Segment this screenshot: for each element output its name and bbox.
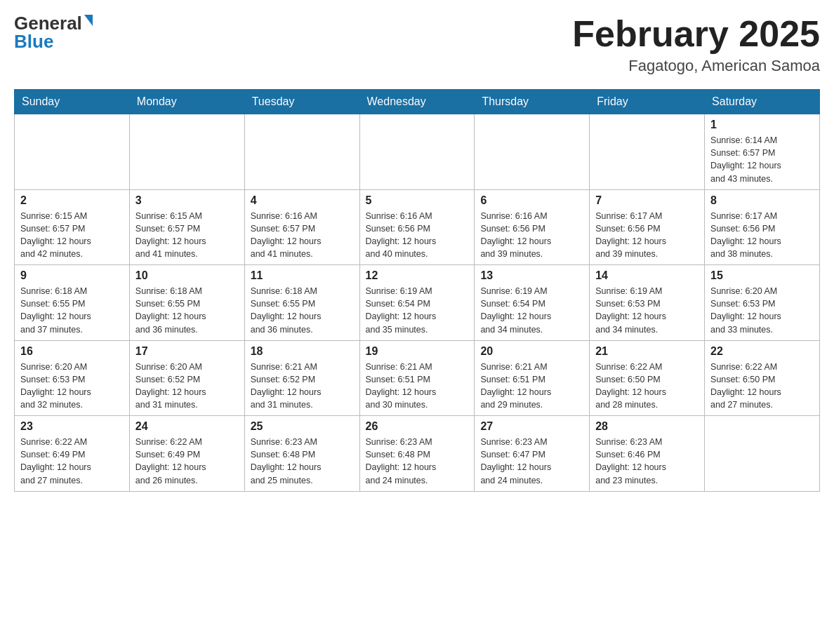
day-info: Sunrise: 6:15 AM Sunset: 6:57 PM Dayligh… — [135, 210, 239, 261]
calendar-cell — [359, 114, 475, 190]
calendar-header: SundayMondayTuesdayWednesdayThursdayFrid… — [15, 90, 820, 114]
day-number: 19 — [366, 345, 469, 358]
day-number: 6 — [480, 194, 583, 207]
day-number: 11 — [251, 269, 354, 282]
calendar-cell: 4Sunrise: 6:16 AM Sunset: 6:57 PM Daylig… — [244, 189, 359, 265]
calendar-cell: 13Sunrise: 6:19 AM Sunset: 6:54 PM Dayli… — [475, 265, 590, 341]
day-number: 1 — [710, 119, 814, 131]
logo-general-text: General — [14, 14, 82, 32]
day-info: Sunrise: 6:14 AM Sunset: 6:57 PM Dayligh… — [710, 134, 814, 185]
day-info: Sunrise: 6:20 AM Sunset: 6:53 PM Dayligh… — [710, 285, 814, 336]
day-number: 3 — [135, 194, 239, 207]
logo-arrow-icon — [84, 15, 93, 26]
day-info: Sunrise: 6:16 AM Sunset: 6:56 PM Dayligh… — [366, 210, 469, 261]
month-title: February 2025 — [572, 14, 820, 54]
calendar-cell: 20Sunrise: 6:21 AM Sunset: 6:51 PM Dayli… — [475, 340, 590, 416]
day-info: Sunrise: 6:20 AM Sunset: 6:52 PM Dayligh… — [135, 361, 239, 412]
day-info: Sunrise: 6:18 AM Sunset: 6:55 PM Dayligh… — [251, 285, 354, 336]
day-info: Sunrise: 6:23 AM Sunset: 6:47 PM Dayligh… — [480, 436, 583, 487]
day-info: Sunrise: 6:19 AM Sunset: 6:53 PM Dayligh… — [595, 285, 699, 336]
day-header-thursday: Thursday — [475, 90, 590, 114]
calendar-table: SundayMondayTuesdayWednesdayThursdayFrid… — [14, 89, 820, 492]
calendar-cell — [15, 114, 130, 190]
calendar-week-row: 23Sunrise: 6:22 AM Sunset: 6:49 PM Dayli… — [15, 416, 820, 492]
day-info: Sunrise: 6:21 AM Sunset: 6:52 PM Dayligh… — [251, 361, 354, 412]
day-header-sunday: Sunday — [15, 90, 130, 114]
calendar-body: 1Sunrise: 6:14 AM Sunset: 6:57 PM Daylig… — [15, 114, 820, 492]
calendar-cell: 11Sunrise: 6:18 AM Sunset: 6:55 PM Dayli… — [244, 265, 359, 341]
day-number: 9 — [20, 269, 124, 282]
day-info: Sunrise: 6:22 AM Sunset: 6:49 PM Dayligh… — [20, 436, 124, 487]
calendar-cell: 27Sunrise: 6:23 AM Sunset: 6:47 PM Dayli… — [475, 416, 590, 492]
calendar-cell: 24Sunrise: 6:22 AM Sunset: 6:49 PM Dayli… — [129, 416, 244, 492]
day-number: 21 — [595, 345, 699, 358]
day-info: Sunrise: 6:21 AM Sunset: 6:51 PM Dayligh… — [366, 361, 469, 412]
calendar-cell: 21Sunrise: 6:22 AM Sunset: 6:50 PM Dayli… — [590, 340, 705, 416]
day-info: Sunrise: 6:18 AM Sunset: 6:55 PM Dayligh… — [20, 285, 124, 336]
day-info: Sunrise: 6:23 AM Sunset: 6:48 PM Dayligh… — [366, 436, 469, 487]
calendar-cell: 2Sunrise: 6:15 AM Sunset: 6:57 PM Daylig… — [15, 189, 130, 265]
day-number: 10 — [135, 269, 239, 282]
day-number: 24 — [135, 420, 239, 433]
day-header-saturday: Saturday — [705, 90, 820, 114]
calendar-cell — [129, 114, 244, 190]
calendar-week-row: 9Sunrise: 6:18 AM Sunset: 6:55 PM Daylig… — [15, 265, 820, 341]
calendar-cell: 15Sunrise: 6:20 AM Sunset: 6:53 PM Dayli… — [705, 265, 820, 341]
calendar-cell: 26Sunrise: 6:23 AM Sunset: 6:48 PM Dayli… — [359, 416, 475, 492]
day-info: Sunrise: 6:16 AM Sunset: 6:56 PM Dayligh… — [480, 210, 583, 261]
calendar-cell — [475, 114, 590, 190]
calendar-cell: 6Sunrise: 6:16 AM Sunset: 6:56 PM Daylig… — [475, 189, 590, 265]
day-info: Sunrise: 6:22 AM Sunset: 6:50 PM Dayligh… — [595, 361, 699, 412]
calendar-cell: 9Sunrise: 6:18 AM Sunset: 6:55 PM Daylig… — [15, 265, 130, 341]
day-header-wednesday: Wednesday — [359, 90, 475, 114]
day-info: Sunrise: 6:23 AM Sunset: 6:46 PM Dayligh… — [595, 436, 699, 487]
day-info: Sunrise: 6:17 AM Sunset: 6:56 PM Dayligh… — [595, 210, 699, 261]
calendar-cell: 8Sunrise: 6:17 AM Sunset: 6:56 PM Daylig… — [705, 189, 820, 265]
calendar-cell — [590, 114, 705, 190]
day-info: Sunrise: 6:19 AM Sunset: 6:54 PM Dayligh… — [480, 285, 583, 336]
day-header-monday: Monday — [129, 90, 244, 114]
day-number: 13 — [480, 269, 583, 282]
day-info: Sunrise: 6:15 AM Sunset: 6:57 PM Dayligh… — [20, 210, 124, 261]
calendar-cell: 7Sunrise: 6:17 AM Sunset: 6:56 PM Daylig… — [590, 189, 705, 265]
day-info: Sunrise: 6:21 AM Sunset: 6:51 PM Dayligh… — [480, 361, 583, 412]
day-number: 28 — [595, 420, 699, 433]
day-number: 2 — [20, 194, 124, 207]
calendar-title-block: February 2025 Fagatogo, American Samoa — [572, 14, 820, 75]
page-header: General Blue February 2025 Fagatogo, Ame… — [14, 14, 820, 75]
day-number: 25 — [251, 420, 354, 433]
calendar-cell: 18Sunrise: 6:21 AM Sunset: 6:52 PM Dayli… — [244, 340, 359, 416]
day-number: 22 — [710, 345, 814, 358]
day-number: 14 — [595, 269, 699, 282]
day-number: 5 — [366, 194, 469, 207]
calendar-cell: 28Sunrise: 6:23 AM Sunset: 6:46 PM Dayli… — [590, 416, 705, 492]
day-number: 8 — [710, 194, 814, 207]
location-subtitle: Fagatogo, American Samoa — [572, 57, 820, 75]
calendar-week-row: 2Sunrise: 6:15 AM Sunset: 6:57 PM Daylig… — [15, 189, 820, 265]
calendar-cell: 3Sunrise: 6:15 AM Sunset: 6:57 PM Daylig… — [129, 189, 244, 265]
day-number: 20 — [480, 345, 583, 358]
calendar-cell: 23Sunrise: 6:22 AM Sunset: 6:49 PM Dayli… — [15, 416, 130, 492]
calendar-cell: 12Sunrise: 6:19 AM Sunset: 6:54 PM Dayli… — [359, 265, 475, 341]
day-number: 23 — [20, 420, 124, 433]
calendar-week-row: 16Sunrise: 6:20 AM Sunset: 6:53 PM Dayli… — [15, 340, 820, 416]
day-info: Sunrise: 6:18 AM Sunset: 6:55 PM Dayligh… — [135, 285, 239, 336]
day-info: Sunrise: 6:22 AM Sunset: 6:49 PM Dayligh… — [135, 436, 239, 487]
day-number: 17 — [135, 345, 239, 358]
day-number: 26 — [366, 420, 469, 433]
logo-blue-text: Blue — [14, 32, 53, 51]
day-number: 12 — [366, 269, 469, 282]
calendar-cell — [705, 416, 820, 492]
calendar-cell: 17Sunrise: 6:20 AM Sunset: 6:52 PM Dayli… — [129, 340, 244, 416]
day-number: 16 — [20, 345, 124, 358]
day-number: 4 — [251, 194, 354, 207]
calendar-cell: 19Sunrise: 6:21 AM Sunset: 6:51 PM Dayli… — [359, 340, 475, 416]
calendar-cell: 22Sunrise: 6:22 AM Sunset: 6:50 PM Dayli… — [705, 340, 820, 416]
day-number: 18 — [251, 345, 354, 358]
day-info: Sunrise: 6:19 AM Sunset: 6:54 PM Dayligh… — [366, 285, 469, 336]
day-info: Sunrise: 6:16 AM Sunset: 6:57 PM Dayligh… — [251, 210, 354, 261]
calendar-cell — [244, 114, 359, 190]
day-header-tuesday: Tuesday — [244, 90, 359, 114]
calendar-cell: 10Sunrise: 6:18 AM Sunset: 6:55 PM Dayli… — [129, 265, 244, 341]
day-number: 27 — [480, 420, 583, 433]
